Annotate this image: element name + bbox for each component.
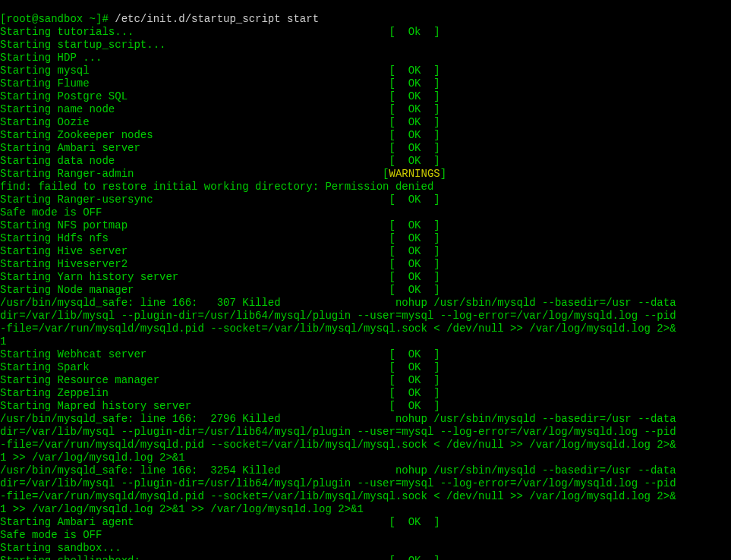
prompt-line[interactable]: [root@sandbox ~]# /etc/init.d/startup_sc… [0,13,319,25]
terminal-output: [root@sandbox ~]# /etc/init.d/startup_sc… [0,13,731,560]
